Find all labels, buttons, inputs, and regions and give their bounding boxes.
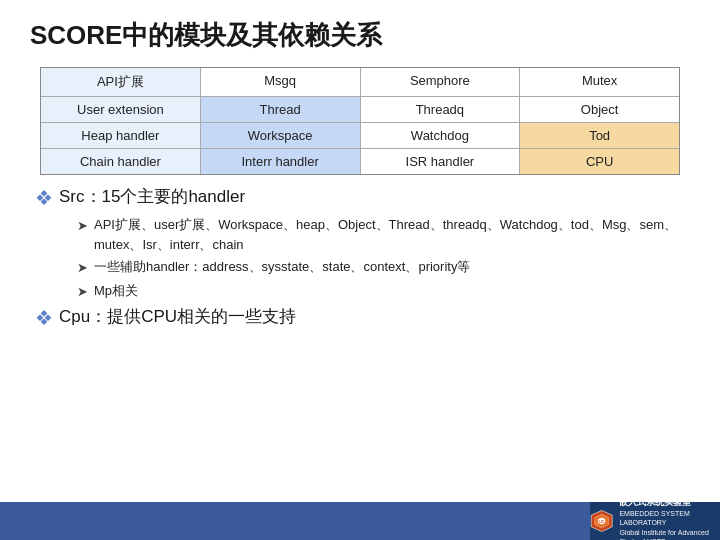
table-row: Chain handler Interr handler ISR handler… (41, 149, 679, 174)
cell-thread: Thread (201, 97, 361, 122)
arrow-icon-2: ➤ (77, 258, 88, 278)
module-table: API扩展 Msgq Semphore Mutex User extension… (40, 67, 680, 175)
cell-mutex: Mutex (520, 68, 679, 96)
slide: SCORE中的模块及其依赖关系 API扩展 Msgq Semphore Mute… (0, 0, 720, 540)
sub-bullet-1: ➤ API扩展、user扩展、Workspace、heap、Object、Thr… (77, 215, 690, 254)
table-row: User extension Thread Threadq Object (41, 97, 679, 123)
table-row: API扩展 Msgq Semphore Mutex (41, 68, 679, 97)
sub-text-3: Mp相关 (94, 281, 138, 301)
cell-tod: Tod (520, 123, 679, 148)
svg-text:UC: UC (599, 520, 605, 524)
bullet-cpu-text: Cpu：提供CPU相关的一些支持 (59, 305, 296, 328)
arrow-icon-1: ➤ (77, 216, 88, 236)
cell-interr: Interr handler (201, 149, 361, 174)
logo-subtitle: EMBEDDED SYSTEM LABORATORY (619, 509, 720, 527)
sub-bullet-2: ➤ 一些辅助handler：address、sysstate、state、con… (77, 257, 690, 278)
cell-msgq: Msgq (201, 68, 361, 96)
table-row: Heap handler Workspace Watchdog Tod (41, 123, 679, 149)
sub-text-2: 一些辅助handler：address、sysstate、state、conte… (94, 257, 470, 277)
logo-title: 嵌入式系统实验室 (619, 496, 720, 509)
cell-user-ext: User extension (41, 97, 201, 122)
cell-api: API扩展 (41, 68, 201, 96)
bottom-bar: 9 UC 嵌入式系统实验室 EMBEDDED SYSTEM LABORATORY… (0, 502, 720, 540)
cell-isr: ISR handler (361, 149, 521, 174)
cell-watchdog: Watchdog (361, 123, 521, 148)
diamond-icon-2: ❖ (35, 306, 53, 330)
cell-chain: Chain handler (41, 149, 201, 174)
cell-cpu: CPU (520, 149, 679, 174)
bullet-src: ❖ Src：15个主要的handler (35, 185, 690, 210)
slide-title: SCORE中的模块及其依赖关系 (30, 18, 690, 53)
cell-heap: Heap handler (41, 123, 201, 148)
logo-box: UC 嵌入式系统实验室 EMBEDDED SYSTEM LABORATORY G… (590, 502, 720, 540)
bullet-src-text: Src：15个主要的handler (59, 185, 245, 208)
cell-semphore: Semphore (361, 68, 521, 96)
diamond-icon-1: ❖ (35, 186, 53, 210)
cell-workspace: Workspace (201, 123, 361, 148)
sub-text-1: API扩展、user扩展、Workspace、heap、Object、Threa… (94, 215, 690, 254)
cell-object: Object (520, 97, 679, 122)
content-area: ❖ Src：15个主要的handler ➤ API扩展、user扩展、Works… (30, 185, 690, 330)
logo-text-block: 嵌入式系统实验室 EMBEDDED SYSTEM LABORATORY Glob… (619, 496, 720, 540)
sub-bullets-src: ➤ API扩展、user扩展、Workspace、heap、Object、Thr… (77, 215, 690, 301)
arrow-icon-3: ➤ (77, 282, 88, 302)
cell-threadq: Threadq (361, 97, 521, 122)
logo-sub2: Global Institute for Advanced Study of U… (619, 528, 720, 541)
bullet-cpu: ❖ Cpu：提供CPU相关的一些支持 (35, 305, 690, 330)
logo-emblem-icon: UC (590, 505, 613, 537)
sub-bullet-3: ➤ Mp相关 (77, 281, 690, 302)
